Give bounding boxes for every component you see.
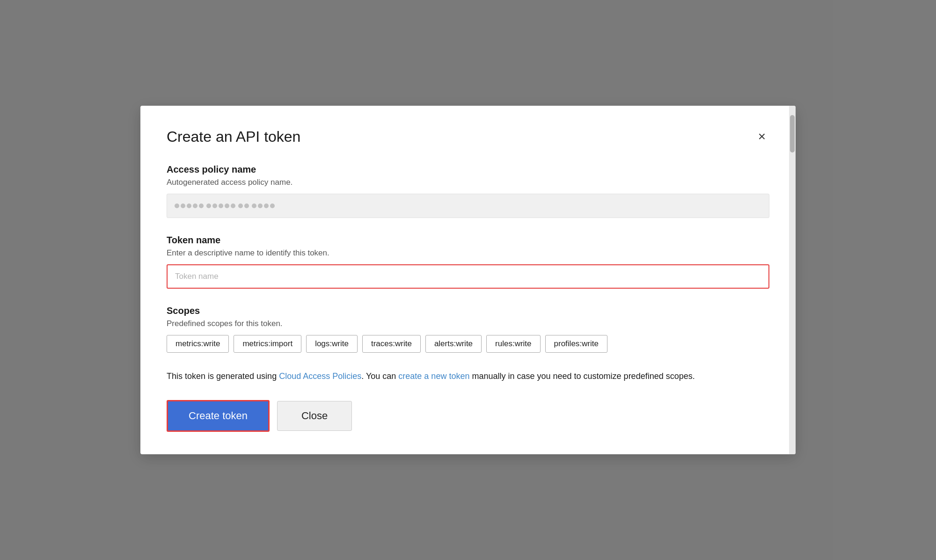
modal-overlay: Create an API token × Access policy name… — [0, 0, 936, 560]
info-text: This token is generated using Cloud Acce… — [167, 370, 769, 383]
modal-title: Create an API token — [167, 128, 300, 145]
scopes-tags-container: metrics:writemetrics:importlogs:writetra… — [167, 335, 769, 353]
close-icon: × — [758, 129, 766, 144]
access-policy-field — [167, 194, 769, 218]
close-icon-button[interactable]: × — [754, 128, 769, 145]
access-policy-description: Autogenerated access policy name. — [167, 178, 769, 187]
token-name-input[interactable] — [167, 264, 769, 289]
info-text-between: . You can — [361, 371, 398, 381]
info-text-before-link1: This token is generated using — [167, 371, 279, 381]
close-footer-button[interactable]: Close — [277, 401, 352, 431]
info-text-after: manually in case you need to customize p… — [469, 371, 695, 381]
create-token-button[interactable]: Create token — [167, 400, 270, 432]
create-new-token-link[interactable]: create a new token — [398, 371, 469, 381]
policy-dots — [175, 204, 275, 208]
scopes-section: Scopes Predefined scopes for this token.… — [167, 305, 769, 353]
scopes-description: Predefined scopes for this token. — [167, 319, 769, 328]
scrollbar-track[interactable] — [789, 106, 796, 454]
scrollbar-thumb[interactable] — [790, 115, 795, 153]
modal-header: Create an API token × — [167, 128, 769, 145]
access-policy-label: Access policy name — [167, 164, 769, 175]
scope-tag: profiles:write — [545, 335, 607, 353]
token-name-section: Token name Enter a descriptive name to i… — [167, 235, 769, 289]
modal-dialog: Create an API token × Access policy name… — [140, 106, 796, 454]
scopes-label: Scopes — [167, 305, 769, 316]
scope-tag: metrics:write — [167, 335, 229, 353]
cloud-access-policies-link[interactable]: Cloud Access Policies — [279, 371, 361, 381]
scope-tag: logs:write — [306, 335, 358, 353]
scope-tag: alerts:write — [425, 335, 482, 353]
scope-tag: metrics:import — [234, 335, 301, 353]
token-name-description: Enter a descriptive name to identify thi… — [167, 248, 769, 258]
scope-tag: rules:write — [486, 335, 540, 353]
access-policy-section: Access policy name Autogenerated access … — [167, 164, 769, 218]
modal-footer: Create token Close — [167, 400, 769, 432]
scope-tag: traces:write — [362, 335, 421, 353]
token-name-label: Token name — [167, 235, 769, 246]
